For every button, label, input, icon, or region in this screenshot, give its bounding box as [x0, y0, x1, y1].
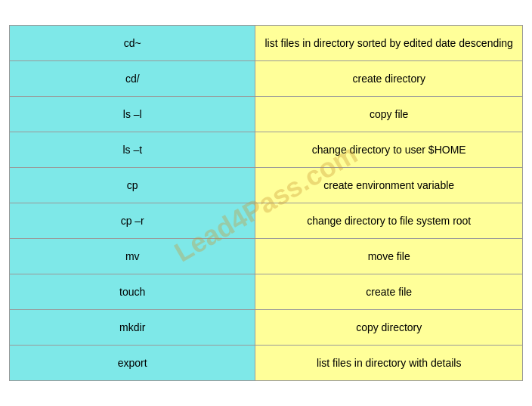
description-cell: copy directory	[255, 310, 522, 345]
description-cell: list files in directory sorted by edited…	[255, 26, 522, 60]
description-cell: create environment variable	[255, 168, 522, 203]
table-row: mkdircopy directory	[10, 310, 522, 346]
command-cell: cd/	[10, 61, 255, 96]
table-row: touchcreate file	[10, 274, 522, 310]
description-cell: copy file	[255, 97, 522, 132]
command-cell: ls –t	[10, 132, 255, 167]
command-cell: ls –l	[10, 97, 255, 132]
command-cell: mv	[10, 239, 255, 274]
command-cell: export	[10, 346, 255, 380]
command-cell: touch	[10, 274, 255, 309]
table-row: ls –tchange directory to user $HOME	[10, 132, 522, 168]
table-row: cp –rchange directory to file system roo…	[10, 203, 522, 239]
main-wrapper: Lead4Pass.com cd~list files in directory…	[9, 25, 523, 381]
description-cell: change directory to file system root	[255, 203, 522, 238]
table-row: mvmove file	[10, 239, 522, 274]
table-row: cpcreate environment variable	[10, 168, 522, 203]
table-row: ls –lcopy file	[10, 97, 522, 132]
description-cell: move file	[255, 239, 522, 274]
table-row: cd~list files in directory sorted by edi…	[10, 26, 522, 61]
command-cell: cd~	[10, 26, 255, 60]
table-row: cd/create directory	[10, 61, 522, 97]
description-cell: change directory to user $HOME	[255, 132, 522, 167]
command-table: cd~list files in directory sorted by edi…	[9, 25, 523, 381]
description-cell: create file	[255, 274, 522, 309]
table-row: exportlist files in directory with detai…	[10, 346, 522, 380]
description-cell: create directory	[255, 61, 522, 96]
command-cell: cp	[10, 168, 255, 203]
command-cell: cp –r	[10, 203, 255, 238]
command-cell: mkdir	[10, 310, 255, 345]
description-cell: list files in directory with details	[255, 346, 522, 380]
